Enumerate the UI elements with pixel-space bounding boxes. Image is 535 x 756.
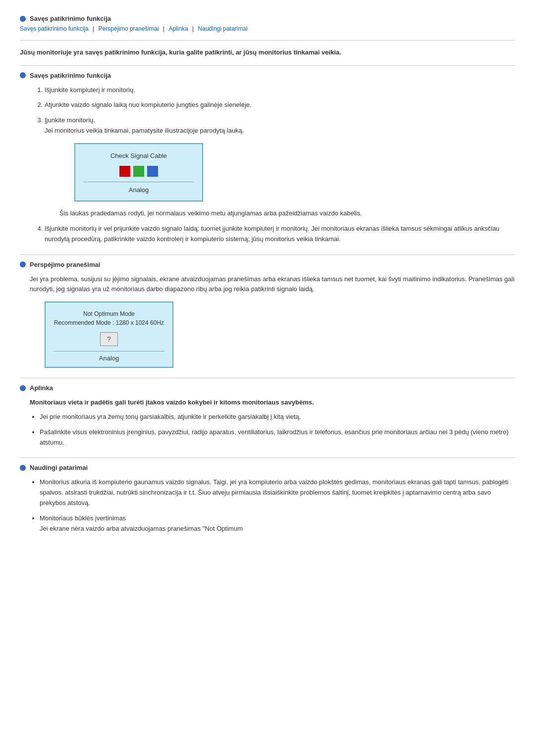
- divider-1: [20, 65, 515, 66]
- divider-top: [20, 40, 515, 41]
- step-2: Atjunkite vaizdo signalo laiką nuo kompi…: [45, 100, 515, 110]
- section3-dot-icon: [20, 385, 26, 391]
- breadcrumb-link-2[interactable]: Perspėjimo pranešimai: [99, 25, 159, 32]
- breadcrumb-link-3[interactable]: Aplinka: [168, 25, 188, 32]
- monitor-box-1: Check Signal Cable Analog: [74, 143, 203, 202]
- square-green: [133, 166, 144, 177]
- section4-title: Naudingi patarimai: [30, 464, 88, 471]
- section1-steps-list: Išjunkite kompiuterį ir monitorių. Atjun…: [30, 85, 515, 245]
- section3-item-2: Pašalinkite visus elektroninius įrengini…: [40, 427, 515, 448]
- step-1: Išjunkite kompiuterį ir monitorių.: [45, 85, 515, 96]
- divider-2: [20, 254, 515, 255]
- monitor-box2-title: Not Optimum Mode Recommended Mode : 1280…: [54, 309, 164, 327]
- breadcrumb-link-1[interactable]: Savęs patikrinimo funkcija: [20, 25, 89, 32]
- header-dot-icon: [20, 16, 26, 22]
- section4-body: Monitorius atkuria iš kompiuterio gaunam…: [30, 477, 515, 534]
- square-blue: [147, 166, 158, 177]
- breadcrumb-sep-3: |: [192, 25, 195, 32]
- square-red: [119, 166, 130, 177]
- page-header-title: Savęs patikrinimo funkcija: [30, 15, 111, 22]
- monitor-box-2: Not Optimum Mode Recommended Mode : 1280…: [45, 302, 173, 368]
- section2-dot-icon: [20, 261, 26, 267]
- section2-text: Jei yra problema, susijusi su įėjimo sig…: [30, 274, 515, 295]
- breadcrumb-link-4[interactable]: Naudingi patarimai: [198, 25, 248, 32]
- section1-title: Savęs patikrinimo funkcija: [30, 72, 111, 79]
- section2-title: Perspėjimo pranešimai: [30, 261, 100, 268]
- section3-intro: Monitoriaus vieta ir padėtis gali turėti…: [30, 398, 515, 408]
- section3-heading: Aplinka: [20, 384, 515, 392]
- section2-heading: Perspėjimo pranešimai: [20, 261, 515, 268]
- section-self-check: Savęs patikrinimo funkcija Išjunkite kom…: [20, 72, 515, 245]
- intro-text: Jūsų monitoriuje yra savęs patikrinimo f…: [20, 48, 515, 57]
- section3-item-1: Jei prie monitoriaus yra žemų tonų garsi…: [40, 412, 515, 422]
- divider-3: [20, 378, 515, 378]
- section3-title: Aplinka: [30, 384, 53, 392]
- section4-item-2-sub: Jei ekrane nėra vaizdo arba atvaizduojam…: [40, 525, 243, 532]
- section4-heading: Naudingi patarimai: [20, 464, 515, 471]
- monitor-box2-question: ?: [100, 332, 118, 346]
- section1-dot-icon: [20, 72, 26, 78]
- step-4: Išjunkite monitorių ir vel prijunkite va…: [45, 224, 515, 245]
- section1-body: Išjunkite kompiuterį ir monitorių. Atjun…: [30, 85, 515, 245]
- divider-4: [20, 457, 515, 458]
- step3-subtext: Jei monitorius veikia tinkamai, pamatysi…: [45, 127, 244, 134]
- section-tips: Naudingi patarimai Monitorius atkuria iš…: [20, 464, 515, 534]
- page-header: Savęs patikrinimo funkcija: [20, 15, 515, 22]
- section4-list: Monitorius atkuria iš kompiuterio gaunam…: [30, 477, 515, 534]
- section3-body: Monitoriaus vieta ir padėtis gali turėti…: [30, 398, 515, 448]
- breadcrumb: Savęs patikrinimo funkcija | Perspėjimo …: [20, 25, 515, 32]
- section2-body: Jei yra problema, susijusi su įėjimo sig…: [30, 274, 515, 368]
- monitor-box1-footer: Analog: [83, 182, 194, 196]
- color-squares: [83, 166, 194, 177]
- step-3: Įjunkite monitorių. Jei monitorius veiki…: [45, 115, 515, 219]
- monitor-box2-footer: Analog: [54, 351, 164, 362]
- section-warnings: Perspėjimo pranešimai Jei yra problema, …: [20, 261, 515, 368]
- section4-item-1: Monitorius atkuria iš kompiuterio gaunam…: [40, 477, 515, 508]
- section4-item-2: Monitoriaus būklės įvertinimas Jei ekran…: [40, 513, 515, 534]
- section4-dot-icon: [20, 465, 26, 471]
- breadcrumb-sep-2: |: [163, 25, 166, 32]
- section3-list: Jei prie monitoriaus yra žemų tonų garsi…: [30, 412, 515, 448]
- section1-heading: Savęs patikrinimo funkcija: [20, 72, 515, 79]
- warning-text: Šis laukas pradedamas rodyti, jei normal…: [59, 208, 515, 219]
- section-environment: Aplinka Monitoriaus vieta ir padėtis gal…: [20, 384, 515, 448]
- breadcrumb-sep-1: |: [93, 25, 96, 32]
- monitor-box1-title: Check Signal Cable: [83, 151, 194, 161]
